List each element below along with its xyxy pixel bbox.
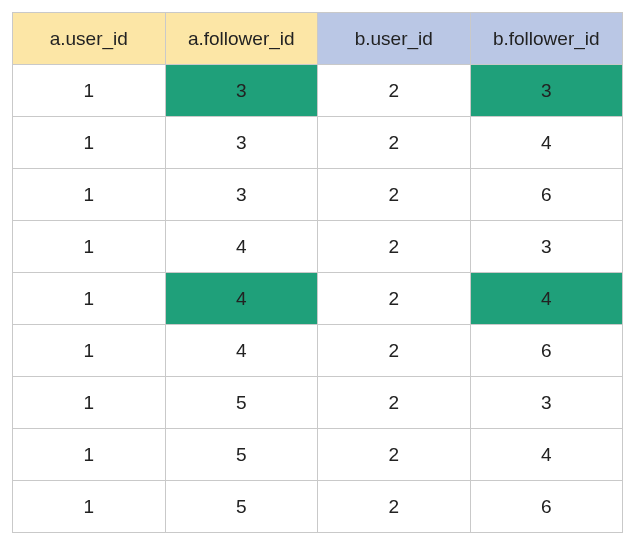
cell-a-follower-id: 4 xyxy=(165,221,318,273)
table-body: 1 3 2 3 1 3 2 4 1 3 2 6 1 4 2 3 xyxy=(13,65,623,533)
cell-a-follower-id: 5 xyxy=(165,481,318,533)
cell-a-follower-id: 4 xyxy=(165,273,318,325)
col-header-a-user-id: a.user_id xyxy=(13,13,166,65)
cell-a-user-id: 1 xyxy=(13,481,166,533)
cell-b-user-id: 2 xyxy=(318,481,471,533)
table-row: 1 3 2 3 xyxy=(13,65,623,117)
cell-b-follower-id: 4 xyxy=(470,429,623,481)
cell-b-follower-id: 3 xyxy=(470,65,623,117)
table-row: 1 5 2 6 xyxy=(13,481,623,533)
table-row: 1 4 2 4 xyxy=(13,273,623,325)
cell-b-follower-id: 6 xyxy=(470,169,623,221)
cell-b-user-id: 2 xyxy=(318,429,471,481)
data-table: a.user_id a.follower_id b.user_id b.foll… xyxy=(12,12,623,533)
cell-a-user-id: 1 xyxy=(13,325,166,377)
cell-b-follower-id: 6 xyxy=(470,481,623,533)
cell-a-follower-id: 3 xyxy=(165,169,318,221)
cell-a-follower-id: 4 xyxy=(165,325,318,377)
table-row: 1 3 2 4 xyxy=(13,117,623,169)
cell-a-user-id: 1 xyxy=(13,117,166,169)
col-header-b-follower-id: b.follower_id xyxy=(470,13,623,65)
cell-b-user-id: 2 xyxy=(318,273,471,325)
cell-a-user-id: 1 xyxy=(13,221,166,273)
cell-a-follower-id: 3 xyxy=(165,65,318,117)
table-row: 1 5 2 4 xyxy=(13,429,623,481)
cell-b-follower-id: 6 xyxy=(470,325,623,377)
cell-a-user-id: 1 xyxy=(13,377,166,429)
cell-b-user-id: 2 xyxy=(318,377,471,429)
cell-a-user-id: 1 xyxy=(13,429,166,481)
cell-a-follower-id: 3 xyxy=(165,117,318,169)
cell-b-follower-id: 4 xyxy=(470,273,623,325)
header-row: a.user_id a.follower_id b.user_id b.foll… xyxy=(13,13,623,65)
col-header-a-follower-id: a.follower_id xyxy=(165,13,318,65)
cell-b-user-id: 2 xyxy=(318,169,471,221)
cell-b-user-id: 2 xyxy=(318,221,471,273)
table-header: a.user_id a.follower_id b.user_id b.foll… xyxy=(13,13,623,65)
cell-b-follower-id: 3 xyxy=(470,377,623,429)
cell-a-follower-id: 5 xyxy=(165,377,318,429)
table-figure: a.user_id a.follower_id b.user_id b.foll… xyxy=(0,0,635,537)
table-row: 1 5 2 3 xyxy=(13,377,623,429)
cell-b-user-id: 2 xyxy=(318,325,471,377)
cell-b-user-id: 2 xyxy=(318,117,471,169)
table-row: 1 3 2 6 xyxy=(13,169,623,221)
cell-a-follower-id: 5 xyxy=(165,429,318,481)
cell-b-follower-id: 4 xyxy=(470,117,623,169)
cell-b-follower-id: 3 xyxy=(470,221,623,273)
cell-a-user-id: 1 xyxy=(13,65,166,117)
cell-a-user-id: 1 xyxy=(13,169,166,221)
cell-b-user-id: 2 xyxy=(318,65,471,117)
table-row: 1 4 2 3 xyxy=(13,221,623,273)
table-row: 1 4 2 6 xyxy=(13,325,623,377)
col-header-b-user-id: b.user_id xyxy=(318,13,471,65)
cell-a-user-id: 1 xyxy=(13,273,166,325)
